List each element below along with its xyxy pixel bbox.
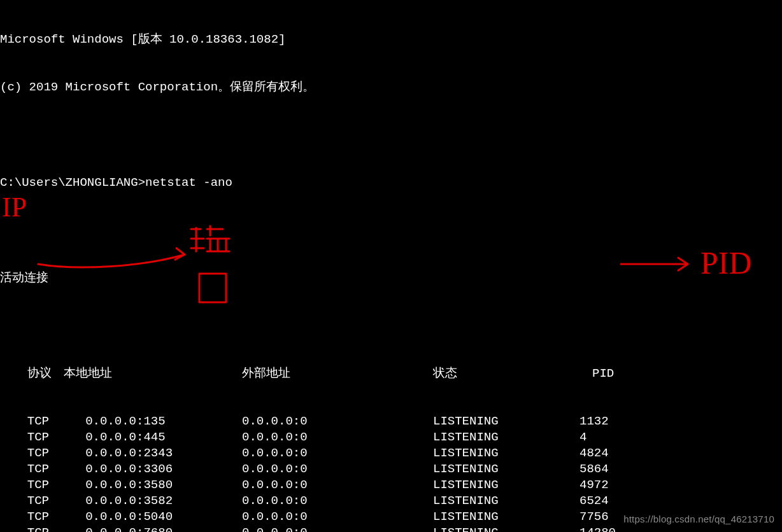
cell-proto: TCP [0,509,64,525]
cell-proto: TCP [0,477,64,493]
cell-pid: 4 [579,430,707,445]
cell-state: LISTENING [433,493,579,509]
prompt-command: netstat -ano [145,176,232,190]
prompt-path: C:\Users\ZHONGLIANG> [0,176,145,190]
cell-pid: 5864 [579,461,707,477]
table-row: TCP 0.0.0.0:35800.0.0.0:0LISTENING4972 [0,477,782,493]
cell-state: LISTENING [433,445,579,461]
header-proto: 协议 [0,366,64,382]
header-foreign: 外部地址 [242,366,433,382]
cell-local: 0.0.0.0:3582 [64,493,242,509]
section-title: 活动连接 [0,270,782,286]
banner-line: (c) 2019 Microsoft Corporation。保留所有权利。 [0,80,782,95]
banner-line: Microsoft Windows [版本 10.0.18363.1082] [0,32,782,48]
cell-local: 0.0.0.0:135 [64,414,242,430]
cell-state: LISTENING [433,509,579,525]
header-state: 状态 [433,366,579,382]
cell-local: 0.0.0.0:7680 [64,525,242,532]
cell-pid: 4972 [579,477,707,493]
header-pid: PID [579,366,720,382]
cell-foreign: 0.0.0.0:0 [242,525,433,532]
blank-line [0,223,782,239]
cell-foreign: 0.0.0.0:0 [242,430,433,445]
cell-foreign: 0.0.0.0:0 [242,461,433,477]
cell-proto: TCP [0,414,64,430]
cell-proto: TCP [0,525,64,532]
cell-foreign: 0.0.0.0:0 [242,509,433,525]
cell-foreign: 0.0.0.0:0 [242,477,433,493]
cell-local: 0.0.0.0:5040 [64,509,242,525]
table-row: TCP 0.0.0.0:33060.0.0.0:0LISTENING5864 [0,461,782,477]
blank-line [0,127,782,143]
cell-foreign: 0.0.0.0:0 [242,493,433,509]
header-local: 本地地址 [64,366,242,382]
cell-proto: TCP [0,430,64,445]
cell-proto: TCP [0,461,64,477]
cell-pid: 1132 [579,414,707,430]
table-row: TCP 0.0.0.0:23430.0.0.0:0LISTENING4824 [0,445,782,461]
table-row: TCP 0.0.0.0:4450.0.0.0:0LISTENING4 [0,430,782,445]
cell-foreign: 0.0.0.0:0 [242,445,433,461]
cell-proto: TCP [0,445,64,461]
table-row: TCP 0.0.0.0:1350.0.0.0:0LISTENING1132 [0,414,782,430]
cell-state: LISTENING [433,430,579,445]
cell-proto: TCP [0,493,64,509]
cell-state: LISTENING [433,525,579,532]
prompt-line: C:\Users\ZHONGLIANG>netstat -ano [0,175,782,191]
table-row: TCP 0.0.0.0:35820.0.0.0:0LISTENING6524 [0,493,782,509]
cell-pid: 6524 [579,493,707,509]
cell-local: 0.0.0.0:445 [64,430,242,445]
cell-state: LISTENING [433,461,579,477]
cell-local: 0.0.0.0:2343 [64,445,242,461]
cell-pid: 4824 [579,445,707,461]
cell-state: LISTENING [433,414,579,430]
cell-local: 0.0.0.0:3580 [64,477,242,493]
table-header: 协议 本地地址 外部地址 状态 PID [0,366,782,382]
watermark: https://blog.csdn.net/qq_46213710 [623,511,774,527]
cell-foreign: 0.0.0.0:0 [242,414,433,430]
cell-local: 0.0.0.0:3306 [64,461,242,477]
terminal-output[interactable]: Microsoft Windows [版本 10.0.18363.1082] (… [0,0,782,532]
blank-line [0,318,782,334]
cell-state: LISTENING [433,477,579,493]
